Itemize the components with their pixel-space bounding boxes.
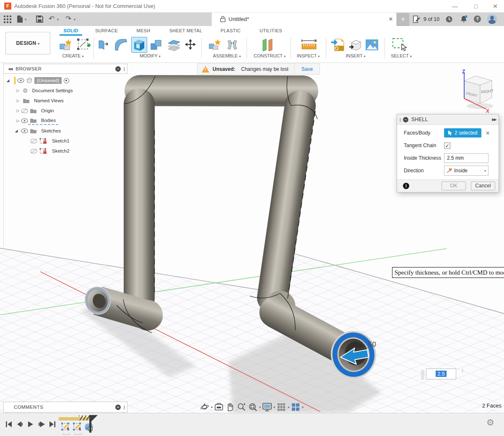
zoom-icon[interactable]	[236, 402, 247, 412]
faces-selected-button[interactable]: 2 selected	[444, 128, 481, 138]
insert-group-label[interactable]: INSERT ▾	[335, 53, 377, 58]
select-tool[interactable]	[391, 37, 408, 53]
tab-mesh[interactable]: MESH	[133, 26, 153, 36]
direction-dropdown[interactable]: Inside ▾	[444, 166, 488, 176]
tab-surface[interactable]: SURFACE	[91, 26, 122, 36]
fit-icon[interactable]	[248, 402, 258, 412]
tree-item-label[interactable]: Sketch1	[49, 138, 72, 144]
ok-button[interactable]: OK	[442, 182, 466, 190]
avatar[interactable]	[487, 14, 497, 24]
eye-off-icon[interactable]	[30, 138, 37, 144]
help-icon[interactable]: ?	[474, 16, 481, 23]
collapse-browser-icon[interactable]: ◀◀	[8, 67, 12, 71]
expand-icon[interactable]: ◢	[13, 129, 19, 133]
expand-icon[interactable]: ◢	[5, 78, 11, 83]
tab-solid[interactable]: SOLID	[60, 26, 82, 36]
tree-item-label[interactable]: Sketches	[39, 127, 63, 134]
fillet-tool[interactable]	[113, 37, 130, 53]
mini-input-grip[interactable]	[421, 369, 424, 379]
offset-face-tool[interactable]	[166, 37, 182, 53]
dialog-minimize-icon[interactable]: −	[403, 117, 408, 122]
redo-icon[interactable]: ↷	[65, 14, 71, 23]
viewport-3d[interactable]: ! Unsaved: Changes may be lost Save ◀◀ B…	[0, 63, 504, 413]
notification-bell-icon[interactable]	[460, 15, 468, 25]
browser-header[interactable]: ◀◀ BROWSER − ∥	[3, 64, 127, 74]
tab-plastic[interactable]: PLASTIC	[218, 26, 243, 36]
display-settings-icon[interactable]	[262, 402, 272, 412]
collapsed-icon[interactable]: ▷	[15, 99, 21, 103]
design-workspace-button[interactable]: DESIGN ▾	[5, 32, 50, 54]
modify-group-label[interactable]: MODIFY ▾	[129, 53, 171, 58]
measure-tool[interactable]	[300, 37, 318, 53]
comments-panel[interactable]: COMMENTS + ∥	[3, 402, 127, 413]
viewports-caret-icon[interactable]: ▾	[302, 405, 304, 409]
construct-group-label[interactable]: CONSTRUCT ▾	[249, 53, 291, 58]
look-at-icon[interactable]	[214, 402, 224, 412]
redo-caret-icon[interactable]: ▾	[74, 18, 75, 21]
eye-off-icon[interactable]	[21, 108, 28, 114]
collapsed-icon[interactable]: ▷	[15, 109, 21, 113]
file-menu-icon[interactable]	[17, 15, 23, 25]
activate-target-icon[interactable]	[64, 78, 69, 83]
joint-tool[interactable]	[226, 37, 239, 53]
undo-caret-icon[interactable]: ▾	[57, 18, 59, 21]
new-body-tool[interactable]	[57, 37, 74, 53]
eye-icon[interactable]	[21, 118, 28, 123]
close-tab-icon[interactable]: ✕	[387, 16, 395, 23]
tree-item-label[interactable]: Document Settings	[30, 87, 75, 94]
grid-settings-icon[interactable]	[276, 402, 286, 412]
browser-minimize-icon[interactable]: −	[115, 66, 121, 72]
fit-caret-icon[interactable]: ▾	[259, 405, 261, 409]
grid-caret-icon[interactable]: ▾	[288, 405, 289, 409]
tab-sheet-metal[interactable]: SHEET METAL	[167, 26, 205, 36]
thickness-value-input[interactable]: 2.5	[426, 369, 456, 379]
press-pull-tool[interactable]	[96, 37, 111, 53]
eye-icon[interactable]	[21, 128, 28, 133]
collapsed-icon[interactable]: ▷	[15, 119, 21, 123]
new-component-tool[interactable]	[206, 37, 225, 53]
assemble-group-label[interactable]: ASSEMBLE ▾	[206, 53, 248, 58]
tree-item-label[interactable]: Origin	[39, 107, 57, 114]
mini-input-menu-icon[interactable]: ⁝	[460, 369, 465, 372]
timeline-extrude-item[interactable]	[83, 421, 94, 432]
shell-tool[interactable]	[131, 37, 147, 53]
collapsed-icon[interactable]: ▷	[15, 88, 21, 93]
insert-svg-tool[interactable]	[330, 37, 346, 53]
dialog-flyout-icon[interactable]: ▶▶	[492, 117, 496, 122]
tree-item-label[interactable]: (Unsaved)	[34, 77, 62, 84]
tree-item-sketches[interactable]: ◢ Sketches	[13, 126, 63, 136]
create-group-label[interactable]: CREATE ▾	[52, 53, 94, 58]
cancel-button[interactable]: Cancel	[471, 182, 495, 190]
inspect-group-label[interactable]: INSPECT ▾	[287, 53, 329, 58]
timeline-sketch1-item[interactable]	[60, 421, 71, 432]
eye-off-icon[interactable]	[30, 148, 37, 154]
inside-thickness-input[interactable]	[444, 153, 488, 163]
save-icon[interactable]	[36, 16, 43, 24]
maximize-button[interactable]: □	[466, 0, 486, 13]
dialog-grip-icon[interactable]: ∥	[399, 117, 401, 122]
tree-item-root[interactable]: ◢ (Unsaved)	[5, 75, 69, 86]
tree-item-named-views[interactable]: ▷ Named Views	[15, 96, 66, 106]
clock-icon[interactable]	[445, 16, 453, 25]
timeline-playhead-flag[interactable]	[91, 415, 98, 421]
browser-grip-icon[interactable]: ∥	[123, 67, 125, 71]
view-cube[interactable]: Z X FRONT RIGHT	[455, 69, 501, 113]
timeline-settings-gear-icon[interactable]: ⚙	[486, 418, 494, 428]
version-badge[interactable]: 9 of 10	[423, 16, 439, 22]
file-menu-caret-icon[interactable]: ▾	[25, 18, 26, 21]
tree-item-label[interactable]: Sketch2	[49, 148, 72, 154]
app-grid-icon[interactable]	[4, 16, 11, 25]
move-tool[interactable]	[183, 37, 197, 53]
step-back-button[interactable]	[15, 419, 24, 429]
insert-mesh-tool[interactable]	[347, 37, 363, 53]
eye-icon[interactable]	[17, 78, 24, 83]
step-forward-button[interactable]	[37, 419, 46, 429]
tree-item-bodies[interactable]: ▷ Bodies	[15, 116, 58, 126]
insert-canvas-tool[interactable]	[365, 37, 379, 53]
display-caret-icon[interactable]: ▾	[273, 405, 275, 409]
new-tab-button[interactable]: +	[397, 13, 409, 26]
orbit-icon[interactable]	[200, 402, 210, 412]
add-comment-icon[interactable]: +	[115, 405, 121, 410]
orbit-caret-icon[interactable]: ▾	[211, 405, 213, 409]
tree-item-origin[interactable]: ▷ Origin	[15, 106, 57, 116]
